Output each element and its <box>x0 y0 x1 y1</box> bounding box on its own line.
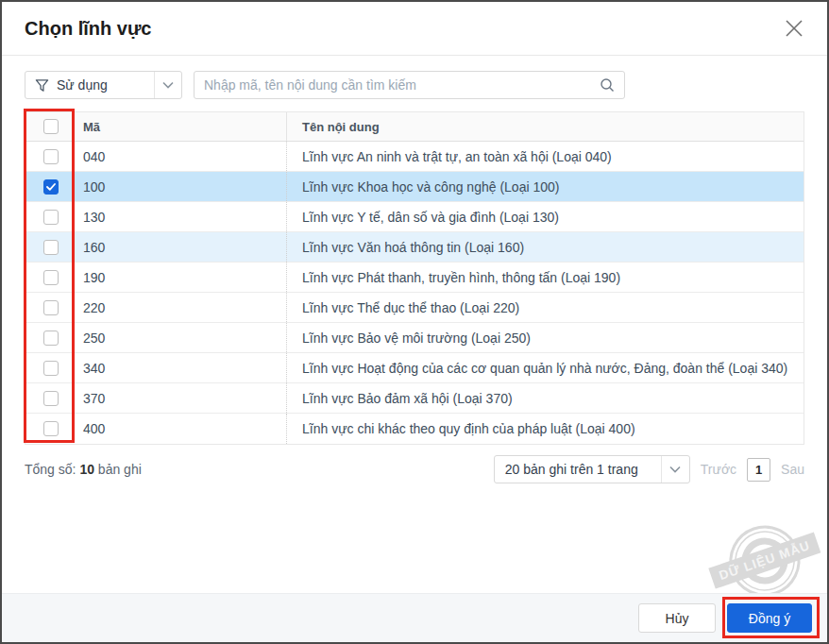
total-label: Tổng số: <box>25 462 76 477</box>
row-name: Lĩnh vực Văn hoá thông tin (Loại 160) <box>286 232 804 262</box>
search-icon[interactable] <box>600 77 615 93</box>
table-row[interactable]: 340 Lĩnh vực Hoạt động của các cơ quan q… <box>25 353 804 383</box>
row-code: 160 <box>76 240 286 255</box>
row-checkbox-cell <box>25 172 76 201</box>
next-page-button[interactable]: Sau <box>781 462 804 477</box>
search-box <box>194 71 625 99</box>
choose-field-dialog: Chọn lĩnh vực Sử dụng <box>0 0 829 644</box>
row-code: 250 <box>76 330 286 346</box>
row-checkbox[interactable] <box>43 179 59 195</box>
fields-table: Mã Tên nội dung 040 Lĩnh vực An ninh và … <box>25 111 804 445</box>
table-row[interactable]: 040 Lĩnh vực An ninh và trật tự, an toàn… <box>25 142 804 172</box>
select-all-checkbox[interactable] <box>43 119 59 134</box>
row-checkbox[interactable] <box>43 210 59 225</box>
total-unit: bản ghi <box>98 462 142 477</box>
pagination-bar: Tổng số: 10 bản ghi 20 bản ghi trên 1 tr… <box>25 455 804 483</box>
table-row[interactable]: 250 Lĩnh vực Bảo vệ môi trường (Loại 250… <box>25 323 804 353</box>
current-page-box[interactable]: 1 <box>747 458 770 482</box>
column-header-code: Mã <box>76 120 286 134</box>
row-checkbox-cell <box>25 323 76 352</box>
row-checkbox[interactable] <box>43 270 59 285</box>
row-code: 190 <box>76 270 286 285</box>
row-code: 340 <box>76 361 286 376</box>
table-row[interactable]: 400 Lĩnh vực chi khác theo quy định của … <box>25 414 804 444</box>
dialog-header: Chọn lĩnh vực <box>2 2 827 56</box>
row-checkbox[interactable] <box>43 300 59 315</box>
table-row[interactable]: 100 Lĩnh vực Khoa học và công nghệ (Loại… <box>25 172 804 202</box>
row-name: Lĩnh vực Thể dục thể thao (Loại 220) <box>286 293 804 322</box>
row-name: Lĩnh vực chi khác theo quy định của pháp… <box>286 414 804 444</box>
table-row[interactable]: 190 Lĩnh vực Phát thanh, truyền hình, th… <box>25 263 804 293</box>
cancel-button[interactable]: Hủy <box>638 603 716 633</box>
filter-caret[interactable] <box>154 72 181 98</box>
total-value: 10 <box>79 462 94 477</box>
footer-action-bar: Hủy Đồng ý <box>2 593 827 642</box>
row-name: Lĩnh vực An ninh và trật tự, an toàn xã … <box>286 142 804 171</box>
row-checkbox-cell <box>25 142 76 171</box>
row-checkbox-cell <box>25 353 76 382</box>
table-row[interactable]: 370 Lĩnh vực Bảo đảm xã hội (Loại 370) <box>25 383 804 414</box>
dialog-title: Chọn lĩnh vực <box>25 18 151 40</box>
row-name: Lĩnh vực Hoạt động của các cơ quan quản … <box>286 353 804 382</box>
row-checkbox-cell <box>25 263 76 292</box>
check-icon <box>46 183 56 191</box>
row-name: Lĩnh vực Bảo đảm xã hội (Loại 370) <box>286 383 804 413</box>
row-code: 040 <box>76 149 286 164</box>
filter-dropdown[interactable]: Sử dụng <box>25 71 182 99</box>
row-checkbox[interactable] <box>43 149 59 164</box>
page-size-caret[interactable] <box>661 456 689 483</box>
table-body: 040 Lĩnh vực An ninh và trật tự, an toàn… <box>25 142 804 444</box>
select-all-cell <box>25 112 76 141</box>
close-button[interactable] <box>782 16 806 41</box>
row-name: Lĩnh vực Khoa học và công nghệ (Loại 100… <box>286 172 804 201</box>
funnel-icon <box>35 78 49 93</box>
table-row[interactable]: 130 Lĩnh vực Y tế, dân số và gia đình (L… <box>25 202 804 232</box>
toolbar: Sử dụng <box>25 71 804 99</box>
row-code: 370 <box>76 391 286 406</box>
row-code: 100 <box>76 179 286 195</box>
row-checkbox[interactable] <box>43 391 59 406</box>
prev-page-button[interactable]: Trước <box>701 462 736 477</box>
row-name: Lĩnh vực Phát thanh, truyền hình, thông … <box>286 263 804 292</box>
page-size-select[interactable]: 20 bản ghi trên 1 trang <box>494 455 690 483</box>
row-checkbox-cell <box>25 293 76 322</box>
row-checkbox-cell <box>25 232 76 262</box>
row-checkbox-cell <box>25 383 76 413</box>
table-row[interactable]: 220 Lĩnh vực Thể dục thể thao (Loại 220) <box>25 293 804 323</box>
row-checkbox-cell <box>25 414 76 444</box>
table-header-row: Mã Tên nội dung <box>25 112 804 142</box>
row-checkbox[interactable] <box>43 330 59 346</box>
pagination-controls: 20 bản ghi trên 1 trang Trước 1 Sau <box>494 455 804 483</box>
filter-selected-value: Sử dụng <box>57 77 108 93</box>
row-code: 220 <box>76 300 286 315</box>
row-checkbox[interactable] <box>43 240 59 255</box>
confirm-button[interactable]: Đồng ý <box>727 603 812 633</box>
chevron-down-icon <box>162 81 174 89</box>
row-code: 130 <box>76 210 286 225</box>
filter-dropdown-main: Sử dụng <box>25 77 154 93</box>
close-icon <box>784 18 804 39</box>
table-row[interactable]: 160 Lĩnh vực Văn hoá thông tin (Loại 160… <box>25 232 804 263</box>
row-checkbox[interactable] <box>43 421 59 436</box>
search-input[interactable] <box>204 77 600 93</box>
row-code: 400 <box>76 421 286 436</box>
row-name: Lĩnh vực Bảo vệ môi trường (Loại 250) <box>286 323 804 352</box>
total-records: Tổng số: 10 bản ghi <box>25 462 142 477</box>
chevron-down-icon <box>669 466 681 473</box>
column-header-name: Tên nội dung <box>286 112 804 141</box>
row-checkbox-cell <box>25 202 76 231</box>
page-size-value: 20 bản ghi trên 1 trang <box>495 462 661 477</box>
row-checkbox[interactable] <box>43 361 59 376</box>
row-name: Lĩnh vực Y tế, dân số và gia đình (Loại … <box>286 202 804 231</box>
